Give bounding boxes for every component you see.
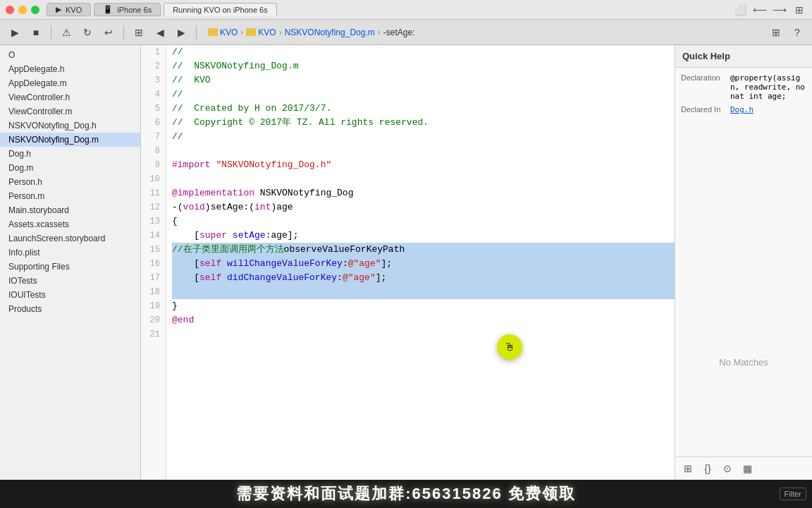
- sidebar-item-nskvono-dog-m[interactable]: NSKVONotyfing_Dog.m: [0, 133, 140, 147]
- bottom-filter: Filter: [780, 488, 806, 500]
- editor-area[interactable]: 12345 678910 1112131415 1617181920 21 //…: [141, 45, 675, 480]
- sidebar-item-info-plist[interactable]: Info.plist: [0, 246, 140, 260]
- sidebar-item-assets[interactable]: Assets.xcassets: [0, 217, 140, 231]
- code-line-18: [172, 285, 675, 299]
- warning-button[interactable]: ⚠: [57, 23, 75, 42]
- code-line-19: }: [172, 299, 675, 313]
- bottom-bar: 需要资料和面试题加群:656315826 免费领取 Filter: [0, 480, 812, 508]
- undo-button[interactable]: ↩: [99, 23, 118, 42]
- bottom-text: 需要资料和面试题加群:656315826 免费领取: [236, 483, 576, 504]
- folder-icon-2: [246, 28, 256, 36]
- tab-iphone-label: iPhone 6s: [117, 6, 152, 14]
- qh-footer-btn-1[interactable]: ⊞: [681, 461, 695, 476]
- quick-help-title: Quick Help: [682, 51, 730, 61]
- forward-button[interactable]: ⟶: [773, 3, 787, 17]
- sidebar-item-viewcontroller-m[interactable]: ViewController.m: [0, 104, 140, 119]
- tab-iphone-icon: 📱: [103, 5, 113, 14]
- no-matches-text: No Matches: [675, 268, 812, 457]
- breadcrumb-file[interactable]: NSKVONotyfing_Dog.m: [285, 28, 375, 37]
- sidebar-item-iotests[interactable]: IOTests: [0, 274, 140, 288]
- qh-footer-btn-3[interactable]: ⊙: [720, 461, 734, 476]
- minimize-button[interactable]: [18, 6, 27, 14]
- qh-footer-btn-2[interactable]: {}: [701, 461, 715, 476]
- back-button[interactable]: ⟵: [753, 3, 767, 17]
- quick-help-panel: Quick Help Declaration @property(assign,…: [675, 45, 812, 480]
- code-line-11: @implementation NSKVONotyfing_Dog: [172, 186, 675, 200]
- toolbar-separator-1: [51, 25, 51, 40]
- sidebar-item-viewcontroller-h[interactable]: ViewController.h: [0, 90, 140, 104]
- layout-button[interactable]: ⊞: [792, 3, 806, 17]
- sidebar-item-supporting-files[interactable]: Supporting Files: [0, 260, 140, 274]
- tab-kvo[interactable]: ▶ KVO: [47, 3, 91, 16]
- filter-button[interactable]: Filter: [780, 488, 806, 500]
- refresh-button[interactable]: ↻: [78, 23, 97, 42]
- toolbar-separator-2: [123, 25, 124, 40]
- nav-back-button[interactable]: ◀: [151, 23, 169, 42]
- breadcrumb-kvo-1[interactable]: KVO: [208, 28, 238, 37]
- sidebar-item-person-m[interactable]: Person.m: [0, 189, 140, 203]
- code-line-3: // KVO: [172, 73, 675, 87]
- titlebar-right-controls: ⬜ ⟵ ⟶ ⊞: [733, 3, 806, 17]
- breadcrumb-file-label: NSKVONotyfing_Dog.m: [285, 28, 375, 37]
- quick-help-header: Quick Help: [675, 45, 812, 68]
- help-button[interactable]: ?: [788, 23, 806, 42]
- code-line-15: //在子类里面调用两个方法observeValueForKeyPath: [172, 243, 675, 257]
- close-button[interactable]: [6, 6, 14, 14]
- code-line-12: -(void)setAge:(int)age: [172, 200, 675, 214]
- editor-wrapper: 12345 678910 1112131415 1617181920 21 //…: [141, 45, 675, 480]
- code-line-7: //: [172, 130, 675, 144]
- sidebar-item-ioutests[interactable]: IOUITests: [0, 288, 140, 302]
- code-line-21: [172, 327, 675, 341]
- breadcrumb-sep-2: ›: [279, 28, 282, 37]
- sidebar-item-dog-h[interactable]: Dog.h: [0, 147, 140, 161]
- code-line-17: [self didChangeValueForKey:@"age"];: [172, 271, 675, 285]
- tab-kvo-icon: ▶: [56, 5, 61, 14]
- code-line-16: [self willChangeValueForKey:@"age"];: [172, 257, 675, 271]
- breadcrumb-kvo-1-label: KVO: [220, 28, 238, 37]
- quick-help-declared-in-link[interactable]: Dog.h: [730, 105, 753, 114]
- inspector-button[interactable]: ⊞: [767, 23, 785, 42]
- sidebar-item-main-storyboard[interactable]: Main.storyboard: [0, 203, 140, 217]
- sidebar: O AppDelegate.h AppDelegate.m ViewContro…: [0, 45, 141, 480]
- code-line-20: @end: [172, 313, 675, 327]
- sidebar-item-dog-m[interactable]: Dog.m: [0, 161, 140, 175]
- breadcrumb: KVO › KVO › NSKVONotyfing_Dog.m › -setAg…: [208, 28, 414, 37]
- quick-help-declared-in-label: Declared In: [681, 105, 730, 114]
- code-line-9: #import "NSKVONotyfing_Dog.h": [172, 158, 675, 172]
- folder-icon-1: [208, 28, 218, 36]
- qh-footer-btn-4[interactable]: ▦: [740, 461, 754, 476]
- nav-forward-button[interactable]: ▶: [172, 23, 190, 42]
- quick-help-declaration-value: @property(assign, readwrite, nonat int a…: [730, 73, 806, 101]
- stop-button[interactable]: ■: [27, 23, 45, 42]
- sidebar-item-kvo-root[interactable]: O: [0, 48, 140, 62]
- editor-content[interactable]: 12345 678910 1112131415 1617181920 21 //…: [141, 45, 675, 480]
- tab-running[interactable]: Running KVO on iPhone 6s: [164, 3, 277, 16]
- breadcrumb-kvo-2-label: KVO: [258, 28, 276, 37]
- sidebar-item-products[interactable]: Products: [0, 302, 140, 316]
- quick-help-body: Declaration @property(assign, readwrite,…: [675, 68, 812, 268]
- maximize-button[interactable]: [31, 6, 39, 14]
- code-line-13: {: [172, 214, 675, 229]
- sidebar-item-appdelegate-h[interactable]: AppDelegate.h: [0, 62, 140, 76]
- sidebar-item-appdelegate-m[interactable]: AppDelegate.m: [0, 76, 140, 90]
- quick-help-declaration-label: Declaration: [681, 73, 730, 101]
- code-line-5: // Created by H on 2017/3/7.: [172, 102, 675, 116]
- breadcrumb-kvo-2[interactable]: KVO: [246, 28, 276, 37]
- run-button[interactable]: ▶: [6, 23, 24, 42]
- breadcrumb-method: -setAge:: [383, 28, 415, 37]
- code-line-1: //: [172, 45, 675, 59]
- grid-button[interactable]: ⊞: [130, 23, 148, 42]
- sidebar-item-nskvono-dog-h[interactable]: NSKVONotyfing_Dog.h: [0, 119, 140, 133]
- navigator-toggle-button[interactable]: ⬜: [733, 3, 747, 17]
- titlebar-tabs: ▶ KVO 📱 iPhone 6s Running KVO on iPhone …: [47, 3, 733, 16]
- toolbar: ▶ ■ ⚠ ↻ ↩ ⊞ ◀ ▶ KVO › KVO › NSKVONotyfin…: [0, 20, 812, 45]
- line-numbers: 12345 678910 1112131415 1617181920 21: [141, 45, 166, 480]
- tab-running-label: Running KVO on iPhone 6s: [173, 6, 268, 14]
- tab-iphone[interactable]: 📱 iPhone 6s: [94, 3, 161, 16]
- code-line-2: // NSKVONotyfing_Dog.m: [172, 59, 675, 73]
- quick-help-footer: ⊞ {} ⊙ ▦: [675, 456, 812, 480]
- quick-help-declared-in-row: Declared In Dog.h: [681, 105, 806, 114]
- main-content: O AppDelegate.h AppDelegate.m ViewContro…: [0, 45, 812, 480]
- sidebar-item-launchscreen[interactable]: LaunchScreen.storyboard: [0, 231, 140, 246]
- sidebar-item-person-h[interactable]: Person.h: [0, 175, 140, 189]
